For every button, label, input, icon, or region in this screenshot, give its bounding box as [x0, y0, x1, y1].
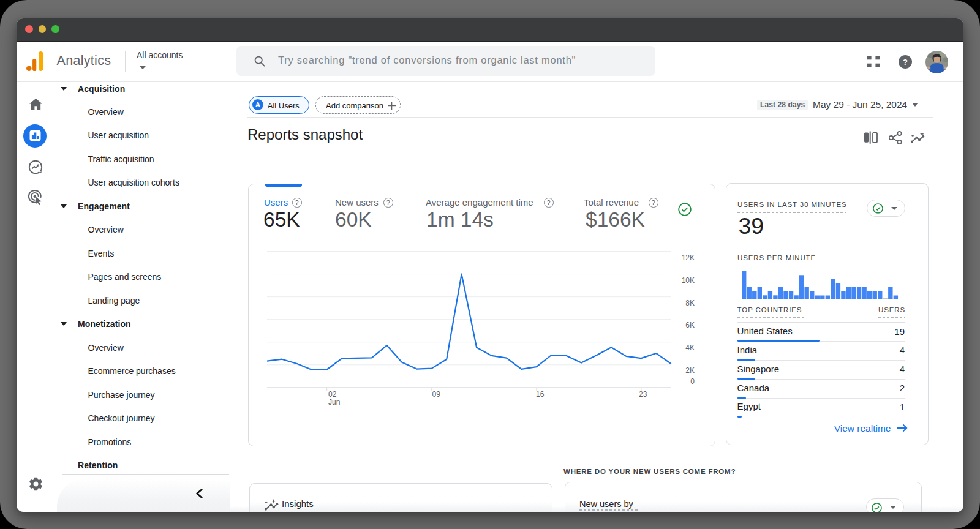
svg-text:?: ? [903, 57, 908, 66]
